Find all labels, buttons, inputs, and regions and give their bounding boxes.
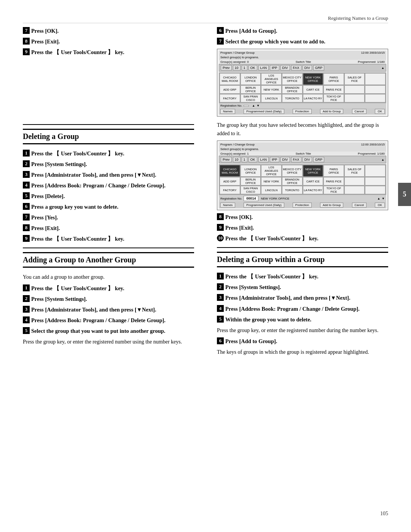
ss1-cell-18[interactable]: SAN FRAN CISCO [241, 94, 261, 102]
ss2-addtogroup-btn[interactable]: Add to Group [320, 203, 344, 208]
ss1-cell-22[interactable]: TOKYO OF FICE [323, 94, 344, 102]
ag-text-3: Press [Administrator Tools], and then pr… [31, 306, 194, 314]
ss1-cell-10[interactable]: BERLIN OFFICE [241, 85, 261, 94]
ss2-reg-arrow-up[interactable]: ▲ [377, 197, 380, 200]
ss1-ok-btn[interactable]: OK [375, 109, 385, 114]
ss1-cell-12[interactable]: BRANDON OFFICE [282, 85, 303, 94]
dg-num-6: 6 [23, 203, 30, 210]
ss1-switch: ▲ [381, 66, 384, 70]
ss2-cell-1[interactable]: CHICAGO MAIL ROOM [220, 165, 240, 177]
ss1-cell-19[interactable]: LINCOLN [261, 94, 282, 102]
dgwg-step-1: 1 Press the 【 User Tools/Counter 】 key. [217, 273, 388, 281]
ss1-used-btn[interactable]: Programmed Used (Daily) [244, 109, 284, 114]
ss2-cell-14[interactable]: PARIS FICE [323, 177, 344, 185]
ss2-reg-arrow-down[interactable]: ▼ [382, 197, 385, 200]
ss2-cell-12[interactable]: BRANDON OFFICE [282, 177, 303, 185]
ss2-cell-13[interactable]: CART ICE [303, 177, 323, 185]
ss2-btn-grp[interactable]: GRP [313, 157, 325, 162]
ss2-cell-3[interactable]: LOS ANGELES OFFICE [261, 165, 282, 177]
ss2-btn-prev[interactable]: Prev [221, 157, 232, 162]
ss2-cell-6[interactable]: PARIS OFFICE [323, 165, 344, 177]
ss1-cell-4[interactable]: MEXICO CITY OFFICE [282, 73, 303, 85]
ss2-btn-ipp[interactable]: IPP [270, 157, 279, 162]
ss1-cell-2[interactable]: LONDON OFFICE [241, 73, 261, 85]
ss1-reg-label: Registration No. [220, 104, 242, 107]
screenshot-1: Program / Change Group 12:00 2003/10/15 … [217, 49, 388, 117]
ss1-cell-6[interactable]: PARIS OFFICE [323, 73, 344, 85]
dgwg-num-1: 1 [217, 273, 224, 280]
ss1-protection-btn[interactable]: Protection [293, 109, 312, 114]
ss1-cancel-btn[interactable]: Cancel [352, 109, 367, 114]
dgwg-step-3: 3 Press [Administrator Tools], and then … [217, 294, 388, 302]
ss1-btn-ipp[interactable]: IPP [270, 65, 279, 70]
dg-text-2: Press [System Settings]. [31, 160, 194, 168]
ss2-cell-24 [365, 186, 386, 194]
ss2-cell-2[interactable]: LONDON OFFICE [241, 165, 261, 177]
ss1-btn-div[interactable]: DIV [280, 65, 290, 70]
dgwg-text-2: Press [System Settings]. [225, 283, 388, 291]
ss2-used-btn[interactable]: Programmed Used (Daily) [244, 203, 284, 208]
ss1-reg-arrow-down[interactable]: ▼ [256, 104, 260, 107]
dg-step-9: 9 Press the 【 User Tools/Counter 】 key. [23, 235, 194, 243]
ss2-protection-btn[interactable]: Protection [293, 203, 312, 208]
dg-num-1: 1 [23, 150, 30, 157]
ss1-btn-1[interactable]: 1 [242, 65, 247, 70]
ss2-btn-div2[interactable]: DIV [303, 157, 312, 162]
ss2-cell-5[interactable]: NEW YORK OFFICE [303, 165, 323, 177]
ss1-cell-21[interactable]: LA FACTO RY [303, 94, 323, 102]
ss2-cell-9[interactable]: ADD GRP [220, 177, 240, 185]
ss2-cell-10[interactable]: BERLIN OFFICE [241, 177, 261, 185]
ss2-cell-21[interactable]: LA FACTO RY [303, 186, 323, 194]
ss2-cell-11[interactable]: NEW YORK [261, 177, 282, 185]
ss2-btn-10[interactable]: 10 [233, 157, 241, 162]
ss2-ok-btn[interactable]: OK [375, 203, 385, 208]
ss2-names-btn[interactable]: Names [220, 203, 235, 208]
ss2-switch: ▲ [381, 158, 384, 161]
ss1-btn-fax[interactable]: FAX [291, 65, 301, 70]
ss1-cell-1[interactable]: CHICAGO MAIL ROOM [220, 73, 240, 85]
ss2-cell-17[interactable]: FACTORY [220, 186, 240, 194]
ss2-cancel-btn[interactable]: Cancel [352, 203, 367, 208]
ss2-cell-20[interactable]: TORONTO [282, 186, 303, 194]
ag-step-1: 1 Press the 【 User Tools/Counter 】 key. [23, 284, 194, 292]
ss1-btn-10[interactable]: 10 [233, 65, 241, 70]
top-continuation: 7 Press [OK]. 8 Press [Exit]. 9 Press th… [23, 27, 388, 120]
ss1-cell-17[interactable]: FACTORY [220, 94, 240, 102]
step-text-7r: Select the group which you want to add t… [225, 38, 388, 46]
ss1-reg-arrow-up[interactable]: ▲ [252, 104, 255, 107]
dg-step-8: 8 Press [Exit]. [23, 224, 194, 232]
rc-text-9: Press [Exit]. [225, 224, 388, 232]
ss1-cell-3[interactable]: LOS ANGELES OFFICE [261, 73, 282, 85]
ss2-info-bar: Program / Change Group 12:00 2003/10/15 [219, 142, 386, 147]
dg-num-9: 9 [23, 235, 30, 242]
ag-text-5: Select the group that you want to put in… [31, 327, 194, 335]
ss1-info-bar: Program / Change Group 12:00 2003/10/15 [219, 51, 386, 55]
ss2-toolbar: Prev 10 1 OK LAN IPP DIV FAX DIV GRP ▲ [219, 156, 386, 163]
ss2-btn-1[interactable]: 1 [242, 157, 247, 162]
ss1-cell-11[interactable]: NEW YORK [261, 85, 282, 94]
ss1-btn-ok[interactable]: OK [249, 65, 257, 70]
ss1-cell-15 [344, 85, 365, 94]
ss2-btn-lan[interactable]: LAN [258, 157, 269, 162]
ss2-cell-19[interactable]: LINCOLN [261, 186, 282, 194]
ss2-btn-fax[interactable]: FAX [291, 157, 301, 162]
ss1-addtogroup-btn[interactable]: Add to Group [320, 109, 344, 114]
ss2-btn-ok[interactable]: OK [249, 157, 257, 162]
ss2-cell-7[interactable]: SALES OF FICE [344, 165, 365, 177]
ss1-cell-13[interactable]: CART ICE [303, 85, 323, 94]
ss1-cell-7[interactable]: SALES OF FICE [344, 73, 365, 85]
ss2-btn-div[interactable]: DIV [280, 157, 290, 162]
ss2-cell-4[interactable]: MEXICO CITY OFFICE [282, 165, 303, 177]
ss1-cell-5[interactable]: NEW YORK OFFICE [303, 73, 323, 85]
ss2-cell-22[interactable]: TOKYO OF FICE [323, 186, 344, 194]
ss1-cell-14[interactable]: PARIS FICE [323, 85, 344, 94]
ss1-names-btn[interactable]: Names [220, 109, 235, 114]
ss1-btn-lan[interactable]: LAN [258, 65, 269, 70]
ss2-cell-18[interactable]: SAN FRAN CISCO [241, 186, 261, 194]
ss1-btn-grp[interactable]: GRP [313, 65, 325, 70]
ss1-btn-prev[interactable]: Prev [221, 65, 232, 70]
ss1-cell-20[interactable]: TORONTO [282, 94, 303, 102]
ss2-title: Program / Change Group [220, 143, 255, 146]
ss1-cell-9[interactable]: ADD GRP [220, 85, 240, 94]
ss1-btn-div2[interactable]: DIV [303, 65, 312, 70]
